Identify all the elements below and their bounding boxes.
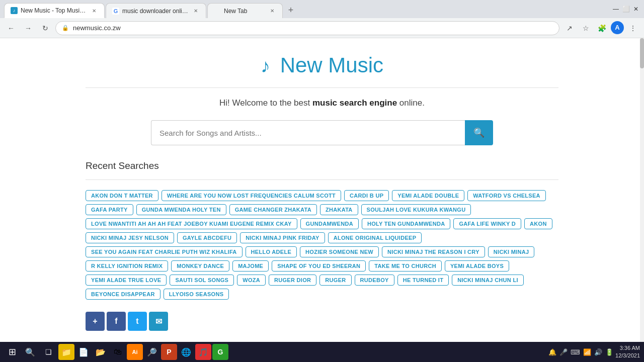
logo-section: ♪ New Music [86,53,558,77]
facebook-button[interactable]: f [107,312,126,331]
keyboard-icon[interactable]: ⌨ [571,348,580,356]
tab-3-close[interactable]: ✕ [268,7,276,15]
taskbar-app-green[interactable]: G [212,344,228,360]
search-tag[interactable]: HOZIER SOMEONE NEW [300,246,379,257]
search-tag[interactable]: WATFORD VS CHELSEA [467,190,546,201]
new-tab-button[interactable]: + [284,3,298,17]
search-tag[interactable]: GAFA PARTY [86,204,133,215]
lock-icon: 🔒 [62,25,69,31]
search-tag[interactable]: HELLO ADELE [246,246,297,257]
search-tag[interactable]: LOVE NWANTITI AH AH AH FEAT JOEBOY KUAMI… [86,218,297,229]
search-tag[interactable]: TAKE ME TO CHURCH [369,260,442,272]
taskbar-file-explorer[interactable]: 📁 [58,344,74,360]
taskbar-notepad[interactable]: 📄 [75,344,92,360]
tab-2-title: music downloader online - Goog... [122,8,189,15]
search-taskbar-button[interactable]: 🔍 [22,344,38,360]
search-tag[interactable]: NICKI MINAJ [488,246,535,257]
taskbar-folder[interactable]: 📂 [93,344,109,360]
search-tag[interactable]: SAUTI SOL SONGS [170,275,234,286]
tab-2[interactable]: G music downloader online - Goog... ✕ [106,3,206,18]
bookmark-button[interactable]: ☆ [579,21,593,35]
taskbar-chrome[interactable]: 🌐 [178,344,194,360]
wifi-icon[interactable]: 📶 [583,348,591,356]
search-tag[interactable]: ZHAKATA [320,204,358,215]
search-tag[interactable]: YEMI ALADE DOUBLE [392,190,464,201]
windows-start-button[interactable]: ⊞ [4,344,20,360]
maximize-button[interactable]: ⬜ [622,5,630,13]
taskbar-store[interactable]: 🛍 [110,344,126,360]
taskbar-apps: 📁 📄 📂 🛍 Ai 🔎 P 🌐 🎵 G [58,344,228,360]
tab-1-title: New Music - Top Music Search E... [21,7,87,14]
scrollbar-thumb[interactable] [640,38,644,68]
recent-divider [86,179,558,180]
taskbar-search2[interactable]: 🔎 [144,344,160,360]
email-button[interactable]: ✉ [149,312,168,331]
taskbar: ⊞ 🔍 ❏ 📁 📄 📂 🛍 Ai 🔎 P 🌐 🎵 G 🔔 🎤 ⌨ 📶 🔊 🔋 3… [0,342,644,362]
search-tag[interactable]: RUGER DIOR [269,275,316,286]
search-tag[interactable]: HOLY TEN GUNDAMWENDA [362,218,451,229]
search-tag[interactable]: SHAPE OF YOU ED SHEERAN [272,260,366,272]
notification-icon[interactable]: 🔔 [548,348,556,356]
search-tag[interactable]: YEMI ALADE TRUE LOVE [86,275,167,286]
scrollbar-track[interactable] [640,38,644,342]
search-button[interactable]: 🔍 [465,120,493,145]
close-button[interactable]: ✕ [632,5,640,13]
search-tag[interactable]: GUNDAMWENDA [300,218,359,229]
search-tag[interactable]: CARDI B UP [344,190,389,201]
tab-3[interactable]: New Tab ✕ [207,3,283,18]
welcome-prefix: Hi! Welcome to the best [219,98,312,108]
profile-button[interactable]: A [611,21,624,34]
battery-icon[interactable]: 🔋 [605,348,613,356]
search-tag[interactable]: WOZA [237,275,266,286]
search-tag[interactable]: LLYOISO SEASONS [164,289,229,300]
search-tag[interactable]: NICKI MINAJ PINK FRIDAY [240,232,325,243]
search-tag[interactable]: NICKI MINAJ CHUN LI [452,275,524,286]
search-tag[interactable]: RUDEBOY [355,275,394,286]
back-button[interactable]: ← [4,21,18,35]
tab-2-close[interactable]: ✕ [192,7,200,15]
search-tag[interactable]: SOULJAH LOVE KUKURA KWANGU [361,204,471,215]
system-tray: 🔔 🎤 ⌨ 📶 🔊 🔋 [548,348,613,356]
recent-searches-title: Recent Searches [86,160,558,171]
tab-1-close[interactable]: ✕ [90,7,98,15]
search-tag[interactable]: HE TURNED IT [397,275,449,286]
taskbar-app-red[interactable]: 🎵 [195,344,211,360]
search-tag[interactable]: NICKI MINAJ THE REASON I CRY [382,246,485,257]
volume-icon[interactable]: 🔊 [594,348,602,356]
search-tag[interactable]: SEE YOU AGAIN FEAT CHARLIE PUTH WIZ KHAL… [86,246,243,257]
search-tag[interactable]: GUNDA MWENDA HOLY TEN [136,204,226,215]
tab-1[interactable]: ♪ New Music - Top Music Search E... ✕ [4,3,105,18]
search-tag[interactable]: R KELLY IGNITION REMIX [86,260,168,272]
search-tag[interactable]: GAFA LIFE WINKY D [453,218,521,229]
search-tag[interactable]: YEMI ALADE BOYS [445,260,509,272]
extensions-button[interactable]: 🧩 [595,21,609,35]
forward-button[interactable]: → [21,21,35,35]
address-bar[interactable]: 🔒 newmusic.co.zw [55,21,559,35]
url-text: newmusic.co.zw [73,24,121,32]
search-tag[interactable]: GAME CHANGER ZHAKATA [229,204,317,215]
search-tag[interactable]: AKON DON T MATTER [86,190,158,201]
twitter-button[interactable]: t [128,312,147,331]
minimize-button[interactable]: — [612,5,620,13]
menu-button[interactable]: ⋮ [626,21,640,35]
share-page-button[interactable]: ↗ [562,21,577,35]
search-tag[interactable]: WHERE ARE YOU NOW LOST FREQUENCIES CALUM… [162,190,341,201]
search-tag[interactable]: ALONE ORIGINAL LIQUIDEEP [328,232,422,243]
divider [86,87,558,88]
search-input[interactable] [151,120,465,145]
search-tag[interactable]: RUGER [319,275,351,286]
search-tag[interactable]: MAJOME [232,260,269,272]
title-bar: ♪ New Music - Top Music Search E... ✕ G … [0,0,644,18]
refresh-button[interactable]: ↻ [38,21,52,35]
taskbar-powerpoint[interactable]: P [161,344,177,360]
taskbar-illustrator[interactable]: Ai [127,344,143,360]
taskbar-time[interactable]: 3:36 AM 12/3/2021 [615,344,640,360]
share-plus-button[interactable]: + [86,312,105,331]
mic-icon[interactable]: 🎤 [559,348,568,356]
search-tag[interactable]: NICKI MINAJ JESY NELSON [86,232,174,243]
search-tag[interactable]: GAYLE ABCDEFU [177,232,237,243]
search-tag[interactable]: BEYONCE DISAPPEAR [86,289,160,300]
search-tag[interactable]: MONKEY DANCE [171,260,229,272]
search-tag[interactable]: AKON [524,218,552,229]
task-view-button[interactable]: ❏ [40,344,56,360]
